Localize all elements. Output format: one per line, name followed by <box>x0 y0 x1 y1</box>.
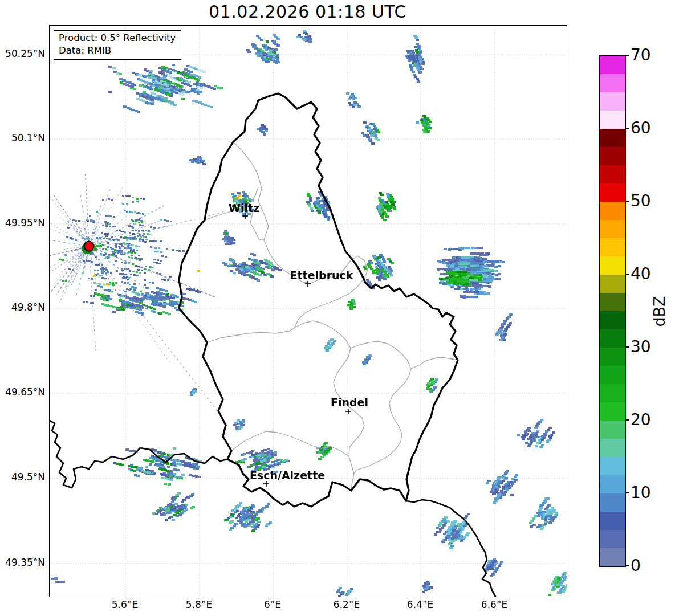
lon-tick-label: 5.6°E <box>99 599 151 610</box>
colorbar-segment <box>600 129 625 147</box>
lon-tick-label: 6°E <box>247 599 298 610</box>
colorbar-tickmark <box>625 274 629 275</box>
lat-tick-label: 49.35°N <box>0 557 45 568</box>
colorbar-tickmark <box>625 55 629 56</box>
colorbar-tickmark <box>625 201 629 202</box>
city-label: Ettelbruck <box>290 269 353 282</box>
colorbar-segment <box>600 147 625 165</box>
colorbar-segment <box>600 348 625 366</box>
colorbar-tickmark <box>625 346 629 348</box>
colorbar-tickmark <box>625 419 629 421</box>
colorbar-segment <box>600 275 625 293</box>
colorbar-tick-label: 70 <box>631 47 651 63</box>
colorbar <box>599 55 626 567</box>
colorbar-segment <box>600 111 625 129</box>
colorbar-segment <box>600 220 625 238</box>
product-info-box: Product: 0.5° Reflectivity Data: RMIB <box>54 30 181 60</box>
colorbar-segment <box>600 475 625 493</box>
neighbor-country-borders <box>50 421 495 597</box>
colorbar-tick-label: 10 <box>631 485 651 501</box>
colorbar-tick-label: 50 <box>631 193 651 209</box>
city-label: Esch/Alzette <box>250 469 325 482</box>
colorbar-segment <box>600 384 625 402</box>
product-line: Product: 0.5° Reflectivity <box>59 32 176 44</box>
colorbar-segment <box>600 311 625 329</box>
neighbor-border <box>50 421 227 488</box>
colorbar-segment <box>600 92 625 111</box>
colorbar-segment <box>600 402 625 421</box>
lat-tick-label: 49.65°N <box>0 386 45 398</box>
city-label: Wiltz <box>229 202 259 214</box>
radar-site-marker <box>84 242 94 251</box>
lon-tick-label: 6.4°E <box>395 599 446 610</box>
colorbar-segment <box>600 256 625 275</box>
canton-border <box>411 357 458 369</box>
colorbar-segment <box>600 439 625 457</box>
lon-tick-label: 6.2°E <box>321 599 372 610</box>
colorbar-segment <box>600 183 625 202</box>
canton-border <box>231 431 354 491</box>
colorbar-segment <box>600 530 625 548</box>
colorbar-tickmark <box>625 492 629 493</box>
colorbar-segment <box>600 512 625 530</box>
colorbar-segment <box>600 457 625 475</box>
colorbar-tick-label: 60 <box>631 120 651 136</box>
colorbar-tick-label: 20 <box>631 412 651 428</box>
luxembourg-border <box>179 93 458 507</box>
colorbar-segment <box>600 293 625 311</box>
colorbar-tick-label: 30 <box>631 339 651 355</box>
colorbar-segment <box>600 238 625 256</box>
colorbar-tick-label: 40 <box>631 266 651 282</box>
radar-figure: 01.02.2026 01:18 UTC Product: 0.5° Refle… <box>0 0 675 616</box>
data-source-line: Data: RMIB <box>59 44 176 57</box>
colorbar-segment <box>600 329 625 348</box>
colorbar-segment <box>600 366 625 384</box>
lat-tick-label: 50.25°N <box>0 48 45 59</box>
colorbar-segments <box>600 56 625 566</box>
city-cross-markers <box>242 213 351 487</box>
colorbar-tick-label: 0 <box>631 558 641 574</box>
neighbor-border <box>406 500 495 597</box>
colorbar-segment <box>600 493 625 512</box>
colorbar-tickmark <box>625 128 629 129</box>
lat-tick-label: 50.1°N <box>0 132 45 144</box>
colorbar-tickmark <box>625 565 629 566</box>
map-area: Product: 0.5° Reflectivity Data: RMIB Wi… <box>49 25 567 597</box>
lon-tick-label: 6.6°E <box>469 599 520 610</box>
lon-tick-label: 5.8°E <box>173 599 225 610</box>
figure-title: 01.02.2026 01:18 UTC <box>49 2 566 22</box>
canton-border <box>207 321 364 456</box>
lat-tick-label: 49.95°N <box>0 217 45 229</box>
lat-tick-label: 49.5°N <box>0 471 45 483</box>
colorbar-segment <box>600 202 625 220</box>
colorbar-unit-label: dBZ <box>650 296 668 327</box>
map-vector-layer <box>50 26 567 597</box>
city-label: Findel <box>331 396 368 409</box>
colorbar-segment <box>600 74 625 92</box>
colorbar-segment <box>600 56 625 74</box>
lat-tick-label: 49.8°N <box>0 301 45 313</box>
colorbar-segment <box>600 165 625 183</box>
colorbar-segment <box>600 548 625 566</box>
colorbar-segment <box>600 421 625 439</box>
